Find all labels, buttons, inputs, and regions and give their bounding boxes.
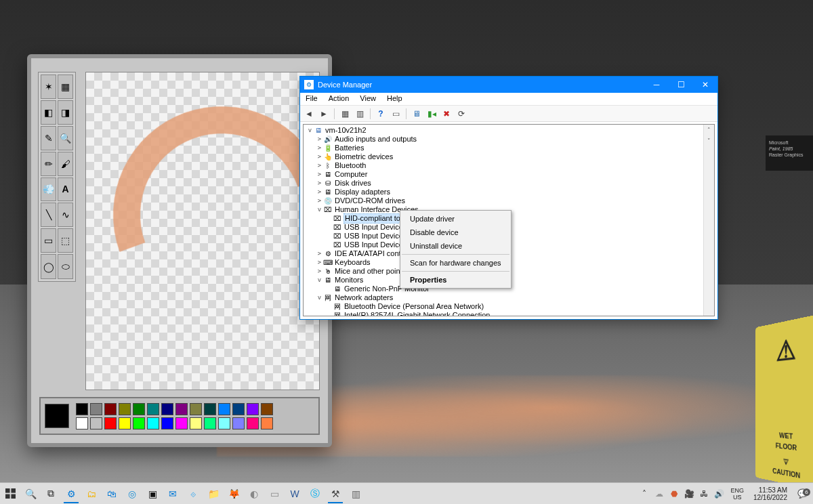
tree-twisty-icon[interactable]: > bbox=[316, 267, 323, 276]
taskbar-app-generic1[interactable]: ◐ bbox=[244, 483, 264, 505]
tree-item-label: Audio inputs and outputs bbox=[335, 135, 417, 144]
taskbar-app-file-explorer[interactable]: 🗂 bbox=[81, 483, 102, 505]
tree-item[interactable]: >ᛒBluetooth bbox=[306, 161, 714, 170]
taskbar-app-generic2[interactable]: ▭ bbox=[264, 483, 285, 505]
category-icon: ⚙ bbox=[323, 250, 333, 258]
menu-help[interactable]: Help bbox=[381, 93, 408, 105]
taskbar-app-edge[interactable]: ◎ bbox=[122, 483, 142, 505]
action-center-button[interactable]: 💬 6 bbox=[793, 488, 813, 499]
maximize-button[interactable]: ☐ bbox=[669, 77, 693, 93]
tree-item[interactable]: >🖥Computer bbox=[306, 170, 714, 179]
taskbar-app-device-manager[interactable]: ⚒ bbox=[325, 483, 346, 505]
context-menu-item[interactable]: Scan for hardware changes bbox=[400, 256, 511, 270]
taskbar-app-generic3[interactable]: ▥ bbox=[346, 483, 366, 505]
menu-action[interactable]: Action bbox=[323, 93, 355, 105]
palette-swatch bbox=[90, 403, 102, 415]
help-button[interactable]: ? bbox=[375, 108, 387, 120]
titlebar[interactable]: ⚙ Device Manager ─ ☐ ✕ bbox=[300, 77, 717, 93]
scroll-down-icon[interactable]: ˅ bbox=[704, 135, 714, 146]
taskbar-app-settings[interactable]: ⚙ bbox=[61, 483, 81, 505]
palette-swatch bbox=[232, 403, 245, 415]
menu-view[interactable]: View bbox=[354, 93, 381, 105]
tree-twisty-icon[interactable]: v bbox=[316, 293, 323, 302]
forward-button[interactable]: ► bbox=[318, 108, 330, 120]
clock[interactable]: 11:53 AM 12/16/2022 bbox=[748, 486, 793, 501]
taskbar-app-store[interactable]: 🛍 bbox=[102, 483, 122, 505]
taskbar-app-word[interactable]: W bbox=[285, 483, 305, 505]
tray-onedrive-icon[interactable]: ☁ bbox=[652, 489, 667, 499]
tray-meet-now-icon[interactable]: 🎥 bbox=[682, 489, 696, 499]
tree-twisty-icon[interactable]: v bbox=[316, 276, 323, 285]
scrollbar[interactable]: ˄ ˅ bbox=[703, 125, 714, 316]
properties-button[interactable]: ▥ bbox=[354, 108, 366, 120]
scan-button[interactable]: ▭ bbox=[390, 108, 402, 120]
tree-item[interactable]: >💿DVD/CD-ROM drives bbox=[306, 196, 714, 205]
menubar: File Action View Help bbox=[300, 93, 717, 106]
tree-twisty-icon[interactable]: > bbox=[316, 249, 323, 258]
tree-twisty-icon[interactable]: > bbox=[316, 258, 323, 267]
tree-item[interactable]: >🔊Audio inputs and outputs bbox=[306, 135, 714, 144]
show-hidden-button[interactable]: ▦ bbox=[339, 108, 351, 120]
back-button[interactable]: ◄ bbox=[303, 108, 315, 120]
tree-item-label: Disk drives bbox=[335, 179, 371, 188]
context-menu-item[interactable]: Disable device bbox=[400, 226, 511, 239]
uninstall-device-button[interactable]: ✖ bbox=[440, 108, 453, 120]
context-menu-item[interactable]: Update driver bbox=[400, 212, 511, 226]
notification-badge: 6 bbox=[803, 488, 810, 496]
palette-swatch bbox=[247, 403, 259, 415]
tree-item[interactable]: >👆Biometric devices bbox=[306, 152, 714, 161]
tree-root[interactable]: v🖥vm-10v21h2 bbox=[306, 126, 714, 135]
tree-item[interactable]: v⽹Network adapters bbox=[306, 293, 714, 302]
tray-overflow-icon[interactable]: ˄ bbox=[637, 489, 652, 499]
category-icon: 🖥 bbox=[323, 276, 333, 285]
update-driver-button[interactable]: 🖥 bbox=[411, 108, 423, 120]
tree-twisty-icon[interactable]: > bbox=[316, 188, 323, 196]
context-menu-item[interactable]: Uninstall device bbox=[400, 239, 511, 253]
enable-device-button[interactable]: ▮◂ bbox=[425, 108, 438, 120]
tree-twisty-icon[interactable]: v bbox=[306, 126, 314, 135]
tree-twisty-icon[interactable]: > bbox=[316, 179, 323, 188]
taskbar-app-mail[interactable]: ✉ bbox=[163, 483, 183, 505]
tree-twisty-icon[interactable]: > bbox=[316, 152, 323, 161]
tree-twisty-icon[interactable]: > bbox=[316, 170, 323, 179]
scan-hardware-button[interactable]: ⟳ bbox=[455, 108, 467, 120]
tree-twisty-icon[interactable]: > bbox=[316, 144, 323, 152]
task-view-button[interactable]: ⧉ bbox=[41, 483, 61, 505]
taskbar-app-explorer[interactable]: 📁 bbox=[203, 483, 224, 505]
context-menu-separator bbox=[402, 254, 509, 255]
tray-volume-icon[interactable]: 🔊 bbox=[711, 489, 726, 499]
tree-item[interactable]: >🔋Batteries bbox=[306, 144, 714, 152]
tray-security-icon[interactable]: ⬣ bbox=[667, 489, 682, 499]
taskbar-app-skype[interactable]: Ⓢ bbox=[305, 483, 325, 505]
category-icon: ⛁ bbox=[323, 180, 333, 188]
palette-swatch bbox=[119, 403, 131, 415]
palette-swatch bbox=[147, 403, 159, 415]
taskbar-app-vscode[interactable]: ⟐ bbox=[183, 483, 203, 505]
scroll-up-icon[interactable]: ˄ bbox=[704, 125, 714, 135]
tree-twisty-icon[interactable]: > bbox=[316, 161, 323, 170]
tree-item[interactable]: >⛁Disk drives bbox=[306, 179, 714, 188]
taskbar-app-firefox[interactable]: 🦊 bbox=[224, 483, 244, 505]
tree-twisty-icon[interactable]: > bbox=[316, 196, 323, 205]
tree-twisty-icon[interactable]: > bbox=[316, 135, 323, 144]
category-icon: 💿 bbox=[323, 197, 333, 205]
close-button[interactable]: ✕ bbox=[693, 77, 717, 93]
search-button[interactable]: 🔍 bbox=[20, 483, 41, 505]
svg-rect-0 bbox=[5, 488, 10, 493]
tree-item-label: Intel(R) 82574L Gigabit Network Connecti… bbox=[344, 311, 490, 316]
language-indicator[interactable]: ENG US bbox=[726, 487, 748, 501]
tree-twisty-icon[interactable]: v bbox=[316, 205, 323, 214]
tree-item[interactable]: >🖥Display adapters bbox=[306, 188, 714, 196]
taskbar-app-terminal[interactable]: ▣ bbox=[142, 483, 163, 505]
minimize-button[interactable]: ─ bbox=[644, 77, 669, 93]
tree-item[interactable]: >⽹Bluetooth Device (Personal Area Networ… bbox=[306, 302, 714, 311]
tree-item[interactable]: >⽹Intel(R) 82574L Gigabit Network Connec… bbox=[306, 311, 714, 316]
tray-network-icon[interactable]: 🖧 bbox=[696, 489, 711, 499]
context-menu-item[interactable]: Properties bbox=[400, 273, 511, 287]
palette-swatch bbox=[218, 417, 230, 429]
category-icon: 🖥 bbox=[323, 171, 333, 179]
menu-file[interactable]: File bbox=[300, 93, 323, 105]
start-button[interactable] bbox=[0, 483, 20, 505]
wall-plaque: Microsoft Paint, 1985 Raster Graphics bbox=[766, 135, 813, 171]
context-menu: Update driverDisable deviceUninstall dev… bbox=[400, 210, 512, 289]
